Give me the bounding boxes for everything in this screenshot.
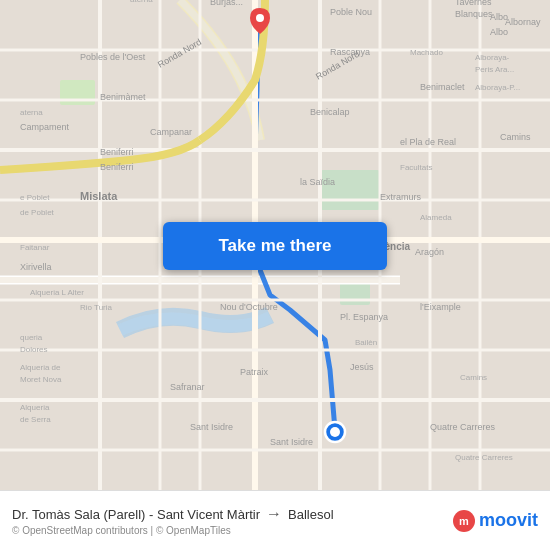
take-me-there-button[interactable]: Take me there — [163, 222, 387, 270]
map-container: Mislata Xirivella Campanar Benicalap Val… — [0, 0, 550, 490]
svg-text:Dolores: Dolores — [20, 345, 48, 354]
svg-text:la Saïdia: la Saïdia — [300, 177, 335, 187]
svg-text:Nou d'Octubre: Nou d'Octubre — [220, 302, 278, 312]
svg-text:Moret Nova: Moret Nova — [20, 375, 62, 384]
svg-text:Campament: Campament — [20, 122, 70, 132]
svg-text:Albo: Albo — [490, 27, 508, 37]
svg-text:Alqueria: Alqueria — [20, 403, 50, 412]
svg-text:Sant Isidre: Sant Isidre — [270, 437, 313, 447]
arrow-icon: → — [266, 505, 282, 523]
svg-text:Faitanar: Faitanar — [20, 243, 50, 252]
svg-text:Tavernes: Tavernes — [455, 0, 492, 7]
svg-text:Camins: Camins — [460, 373, 487, 382]
svg-text:Camins: Camins — [500, 132, 531, 142]
svg-text:Pl. Espanya: Pl. Espanya — [340, 312, 388, 322]
footer-info: Dr. Tomàs Sala (Parell) - Sant Vicent Mà… — [12, 505, 334, 536]
svg-text:Blanques: Blanques — [455, 9, 493, 19]
svg-text:Rio Turia: Rio Turia — [80, 303, 113, 312]
origin-label: Dr. Tomàs Sala (Parell) - Sant Vicent Mà… — [12, 507, 260, 522]
svg-text:de Poblet: de Poblet — [20, 208, 55, 217]
svg-text:Xirivella: Xirivella — [20, 262, 52, 272]
svg-text:Alqueria de: Alqueria de — [20, 363, 61, 372]
svg-text:Aragón: Aragón — [415, 247, 444, 257]
svg-text:Quatre Carreres: Quatre Carreres — [455, 453, 513, 462]
svg-text:Alameda: Alameda — [420, 213, 452, 222]
svg-text:Benimaclet: Benimaclet — [420, 82, 465, 92]
svg-text:Facultats: Facultats — [400, 163, 432, 172]
svg-point-84 — [256, 14, 264, 22]
svg-text:Quatre Carreres: Quatre Carreres — [430, 422, 496, 432]
svg-text:Pobles de l'Oest: Pobles de l'Oest — [80, 52, 146, 62]
svg-text:Alqueria L Alter: Alqueria L Alter — [30, 288, 84, 297]
svg-rect-1 — [320, 170, 380, 210]
svg-text:el Pla de Real: el Pla de Real — [400, 137, 456, 147]
svg-text:Extramurs: Extramurs — [380, 192, 422, 202]
svg-text:Albornay: Albornay — [505, 17, 541, 27]
svg-text:aterna: aterna — [130, 0, 153, 4]
svg-text:Patraix: Patraix — [240, 367, 269, 377]
moovit-logo: m moovit — [453, 510, 538, 532]
svg-text:Poble Nou: Poble Nou — [330, 7, 372, 17]
svg-text:Safranar: Safranar — [170, 382, 205, 392]
svg-text:Machado: Machado — [410, 48, 443, 57]
attribution-text: © OpenStreetMap contributors | © OpenMap… — [12, 525, 334, 536]
svg-text:Mislata: Mislata — [80, 190, 118, 202]
svg-text:Bailèn: Bailèn — [355, 338, 377, 347]
svg-point-82 — [330, 427, 340, 437]
svg-text:aterna: aterna — [20, 108, 43, 117]
footer-route: Dr. Tomàs Sala (Parell) - Sant Vicent Mà… — [12, 505, 334, 523]
svg-text:queria: queria — [20, 333, 43, 342]
moovit-text: moovit — [479, 510, 538, 531]
destination-label: Ballesol — [288, 507, 334, 522]
svg-text:Burjas...: Burjas... — [210, 0, 243, 7]
svg-text:Alboraya-P...: Alboraya-P... — [475, 83, 520, 92]
moovit-icon: m — [453, 510, 475, 532]
svg-text:e Poblet: e Poblet — [20, 193, 50, 202]
svg-text:Peris Ara...: Peris Ara... — [475, 65, 514, 74]
svg-text:Benimàmet: Benimàmet — [100, 92, 146, 102]
svg-text:de Serra: de Serra — [20, 415, 51, 424]
svg-text:Campanar: Campanar — [150, 127, 192, 137]
footer-bar: Dr. Tomàs Sala (Parell) - Sant Vicent Mà… — [0, 490, 550, 550]
svg-text:Beniferri: Beniferri — [100, 147, 134, 157]
svg-text:Benicalap: Benicalap — [310, 107, 350, 117]
svg-text:Beniferri: Beniferri — [100, 162, 134, 172]
svg-text:m: m — [459, 515, 469, 527]
svg-text:l'Eixample: l'Eixample — [420, 302, 461, 312]
svg-text:Alboraya-: Alboraya- — [475, 53, 510, 62]
svg-text:Sant Isidre: Sant Isidre — [190, 422, 233, 432]
svg-text:Jesús: Jesús — [350, 362, 374, 372]
